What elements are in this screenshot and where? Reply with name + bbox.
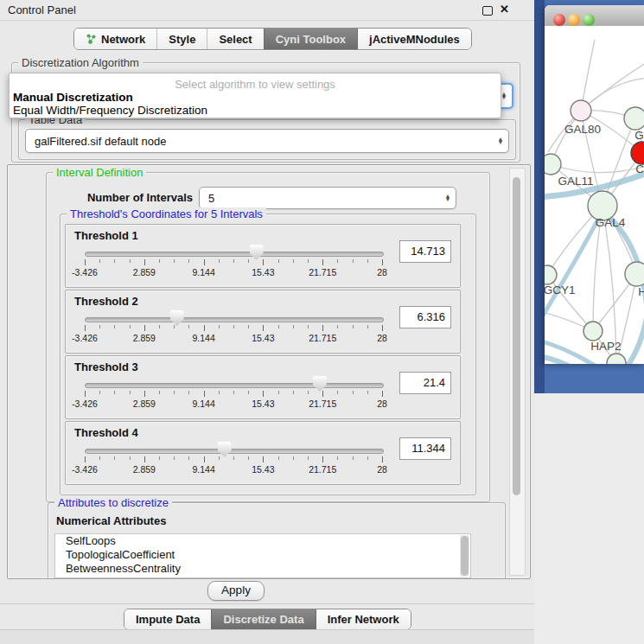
slider-minor-tick <box>353 259 354 263</box>
settings-scrollbar-thumb[interactable] <box>513 177 520 495</box>
slider-major-tick <box>382 259 383 265</box>
slider-minor-tick <box>219 325 220 328</box>
slider-minor-tick <box>188 325 189 328</box>
network-node-label: C <box>635 163 644 175</box>
table-data-combo[interactable]: galFiltered.sif default node ▲▼ <box>25 129 509 153</box>
slider-major-tick <box>382 391 383 397</box>
slider-tick-label: 9.144 <box>185 333 223 343</box>
network-node-ga[interactable] <box>624 107 644 130</box>
close-traffic-light-icon[interactable] <box>553 14 565 26</box>
network-icon <box>86 33 97 45</box>
slider-thumb[interactable] <box>170 310 184 326</box>
slider-major-tick <box>144 456 145 462</box>
slider-major-tick <box>144 325 145 331</box>
slider-major-tick <box>322 456 323 462</box>
network-window-titlebar[interactable] <box>545 5 644 27</box>
slider-major-tick <box>204 391 205 397</box>
attribute-list-item[interactable]: SelfLoops <box>55 534 470 548</box>
slider-track[interactable] <box>85 383 384 388</box>
slider-minor-tick <box>353 325 354 328</box>
attribute-list-item[interactable]: TopologicalCoefficient <box>55 548 470 562</box>
apply-button[interactable]: Apply <box>207 581 265 601</box>
tab-jactivemnodules[interactable]: jActiveMNodules <box>357 29 471 49</box>
slider-minor-tick <box>233 259 234 263</box>
slider-minor-tick <box>188 391 189 394</box>
network-node-label: GAL11 <box>558 175 593 188</box>
numerical-attributes-list[interactable]: SelfLoopsTopologicalCoefficientBetweenne… <box>54 533 471 578</box>
desktop-area: GAL80GACGAL11GAL4GCY1HHAP2 Table Panel ⚙… <box>534 0 644 644</box>
slider-major-tick <box>85 456 86 462</box>
algorithm-option-equal-width[interactable]: Equal Width/Frequency Discretization <box>13 104 207 117</box>
tab-select[interactable]: Select <box>207 29 263 49</box>
slider-thumb[interactable] <box>313 376 327 392</box>
divider <box>0 603 534 604</box>
slider-minor-tick <box>337 259 338 263</box>
network-graph[interactable]: GAL80GACGAL11GAL4GCY1HHAP2 <box>545 26 644 364</box>
slider-minor-tick <box>114 325 115 328</box>
tab-cyni-toolbox[interactable]: Cyni Toolbox <box>264 29 357 49</box>
network-node-gcy1[interactable] <box>545 265 557 284</box>
tab-label: Cyni Toolbox <box>276 33 346 46</box>
tab-discretize-data[interactable]: Discretize Data <box>211 609 315 629</box>
slider-tick-label: 21.715 <box>303 333 341 343</box>
zoom-traffic-light-icon[interactable] <box>583 14 595 26</box>
table-data-value: galFiltered.sif default node <box>26 135 493 148</box>
slider-major-tick <box>144 259 145 265</box>
close-icon[interactable]: ✕ <box>500 3 509 16</box>
slider-minor-tick <box>337 391 338 394</box>
slider-tick-label: 21.715 <box>303 399 341 409</box>
slider-tick-label: -3.426 <box>66 464 104 475</box>
float-window-icon[interactable] <box>482 6 493 16</box>
attribute-list-item[interactable]: BetweennessCentrality <box>55 562 470 576</box>
network-edge-thick[interactable] <box>627 313 644 364</box>
threshold-value-field[interactable]: 6.316 <box>399 306 451 328</box>
network-node-hap2[interactable] <box>583 322 603 341</box>
window-title: Control Panel <box>8 3 76 16</box>
slider-minor-tick <box>248 456 249 460</box>
settings-scroll-panel: Interval Definition Number of Intervals … <box>7 164 531 579</box>
slider-thumb[interactable] <box>218 442 232 457</box>
tab-infer-network[interactable]: Infer Network <box>316 609 411 629</box>
network-node-gal11[interactable] <box>545 154 561 175</box>
tab-style[interactable]: Style <box>156 29 207 49</box>
slider-minor-tick <box>219 456 220 460</box>
slider-minor-tick <box>233 391 234 394</box>
slider-minor-tick <box>130 325 131 328</box>
threshold-value-field[interactable]: 21.4 <box>399 372 451 394</box>
list-scrollbar-thumb[interactable] <box>461 536 469 576</box>
slider-minor-tick <box>308 456 309 460</box>
slider-tick-label: 28 <box>363 333 401 343</box>
tab-network[interactable]: Network <box>74 29 156 49</box>
slider-minor-tick <box>159 456 160 460</box>
tab-impute-data[interactable]: Impute Data <box>124 609 211 629</box>
control-panel-window: Control Panel ✕ NetworkStyleSelectCyni T… <box>0 0 534 644</box>
network-canvas[interactable]: GAL80GACGAL11GAL4GCY1HHAP2 <box>545 26 644 364</box>
minimize-traffic-light-icon[interactable] <box>568 14 580 26</box>
slider-major-tick <box>382 456 383 462</box>
threshold-label: Threshold 2 <box>74 295 138 308</box>
slider-major-tick <box>144 391 145 397</box>
threshold-value-field[interactable]: 14.713 <box>399 240 451 263</box>
slider-track[interactable] <box>85 317 384 322</box>
network-view-window[interactable]: GAL80GACGAL11GAL4GCY1HHAP2 <box>545 5 644 364</box>
number-of-intervals-combo[interactable]: 5 ▲▼ <box>199 187 456 209</box>
network-node-h[interactable] <box>625 262 644 286</box>
network-node-gal80[interactable] <box>571 100 591 121</box>
slider-tick-label: 28 <box>363 399 401 409</box>
settings-scrollbar[interactable] <box>509 168 526 576</box>
slider-minor-tick <box>219 259 220 263</box>
threshold-label: Threshold 1 <box>74 229 138 242</box>
slider-track[interactable] <box>85 252 384 257</box>
bottom-tab-bar: Impute DataDiscretize DataInfer Network <box>124 609 411 630</box>
slider-minor-tick <box>308 259 309 263</box>
slider-minor-tick <box>159 259 160 263</box>
slider-minor-tick <box>278 325 279 328</box>
algorithm-option-manual[interactable]: Manual Discretization <box>13 91 133 104</box>
list-scrollbar[interactable] <box>460 535 469 577</box>
slider-thumb[interactable] <box>250 245 264 260</box>
slider-major-tick <box>322 325 323 331</box>
slider-minor-tick <box>130 456 131 460</box>
network-edge[interactable] <box>590 61 644 103</box>
threshold-value-field[interactable]: 11.344 <box>399 437 451 460</box>
slider-track[interactable] <box>85 449 384 454</box>
